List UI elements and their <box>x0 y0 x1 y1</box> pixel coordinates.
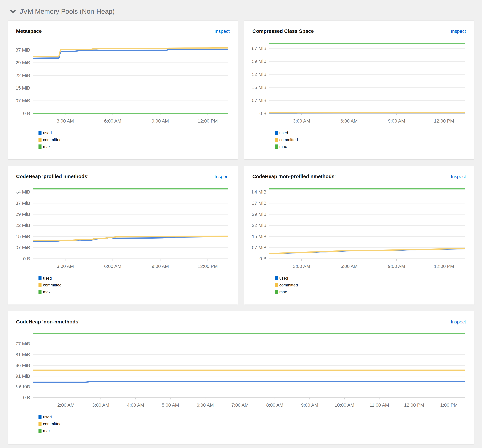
y-tick-label: 190.7 MiB <box>252 98 266 103</box>
x-tick-label: 6:00 AM <box>104 264 121 269</box>
x-tick-label: 5:00 AM <box>162 402 179 408</box>
legend-swatch-committed <box>275 283 278 287</box>
legend-label: committed <box>279 283 298 288</box>
legend-swatch-max <box>39 144 41 149</box>
y-tick-label: 976.6 KiB <box>16 384 30 389</box>
x-tick-label: 6:00 AM <box>197 402 214 408</box>
legend-item-committed: committed <box>39 422 466 426</box>
legend-label: max <box>279 290 287 294</box>
y-tick-label: 3.81 MiB <box>16 352 30 357</box>
card-header: MetaspaceInspect <box>16 28 230 34</box>
inspect-link[interactable]: Inspect <box>451 174 466 179</box>
y-tick-label: 76.29 MiB <box>16 60 30 65</box>
y-tick-label: 0 B <box>259 256 266 261</box>
legend-label: max <box>43 144 51 149</box>
legend-item-max: max <box>39 290 230 294</box>
legend-label: used <box>43 131 52 135</box>
y-tick-label: 4.77 MiB <box>16 341 30 346</box>
legend-item-max: max <box>39 428 466 433</box>
card-header: Compressed Class SpaceInspect <box>252 28 466 34</box>
legend-item-committed: committed <box>39 283 230 288</box>
chart-canvas-metaspace: 0 B19.07 MiB38.15 MiB57.22 MiB76.29 MiB9… <box>16 38 230 124</box>
x-tick-label: 8:00 AM <box>266 402 284 408</box>
card-codeheap-non-nmethods: CodeHeap 'non-nmethods'Inspect0 B976.6 K… <box>8 311 474 444</box>
x-tick-label: 9:00 AM <box>152 264 169 269</box>
x-tick-label: 7:00 AM <box>231 402 249 408</box>
chart-legend: usedcommittedmax <box>275 131 466 149</box>
y-tick-label: 76.29 MiB <box>252 212 266 217</box>
y-tick-label: 114.4 MiB <box>252 189 266 194</box>
legend-swatch-committed <box>39 138 41 142</box>
y-tick-label: 572.2 MiB <box>252 72 266 77</box>
y-tick-label: 762.9 MiB <box>252 59 266 64</box>
legend-label: committed <box>43 283 62 288</box>
legend-swatch-committed <box>39 283 41 287</box>
legend-item-used: used <box>39 131 230 135</box>
x-tick-label: 3:00 AM <box>57 118 74 124</box>
x-tick-label: 3:00 AM <box>293 264 310 269</box>
legend-label: max <box>43 428 51 433</box>
x-tick-label: 6:00 AM <box>340 264 358 269</box>
x-tick-label: 11:00 AM <box>370 402 389 408</box>
y-tick-label: 57.22 MiB <box>16 73 30 78</box>
legend-label: used <box>279 131 288 135</box>
legend-swatch-committed <box>275 138 278 142</box>
x-tick-label: 12:00 PM <box>198 118 218 124</box>
y-tick-label: 0 B <box>259 111 266 116</box>
card-metaspace: MetaspaceInspect0 B19.07 MiB38.15 MiB57.… <box>8 21 238 159</box>
chart-legend: usedcommittedmax <box>39 131 230 149</box>
card-codeheap-non-profiled-nmethods: CodeHeap 'non-profiled nmethods'Inspect0… <box>244 166 474 304</box>
legend-swatch-max <box>39 290 41 294</box>
inspect-link[interactable]: Inspect <box>214 174 230 179</box>
y-tick-label: 95.37 MiB <box>252 200 266 206</box>
inspect-link[interactable]: Inspect <box>451 29 466 34</box>
legend-label: used <box>43 276 52 280</box>
chart-canvas-codeheap-profiled-nmethods: 0 B19.07 MiB38.15 MiB57.22 MiB76.29 MiB9… <box>16 184 230 269</box>
card-header: CodeHeap 'non-nmethods'Inspect <box>16 319 466 325</box>
legend-item-used: used <box>275 131 466 135</box>
y-tick-label: 38.15 MiB <box>16 234 30 239</box>
section-title: JVM Memory Pools (Non-Heap) <box>20 8 115 15</box>
y-tick-label: 953.7 MiB <box>252 46 266 51</box>
x-tick-label: 3:00 AM <box>57 264 74 269</box>
legend-label: used <box>279 276 288 280</box>
chart-title: CodeHeap 'non-profiled nmethods' <box>252 174 336 179</box>
x-tick-label: 9:00 AM <box>301 402 318 408</box>
legend-item-used: used <box>39 415 466 419</box>
legend-label: max <box>279 144 287 149</box>
chevron-down-icon <box>10 9 16 14</box>
chart-legend: usedcommittedmax <box>275 276 466 294</box>
y-tick-label: 38.15 MiB <box>252 234 266 239</box>
inspect-link[interactable]: Inspect <box>214 29 230 34</box>
chart-title: Compressed Class Space <box>252 28 314 34</box>
legend-label: used <box>43 415 52 419</box>
y-tick-label: 38.15 MiB <box>16 85 30 91</box>
y-tick-label: 57.22 MiB <box>252 223 266 228</box>
series-line-used <box>33 49 228 58</box>
y-tick-label: 0 B <box>23 111 30 116</box>
x-tick-label: 3:00 AM <box>92 402 109 408</box>
card-header: CodeHeap 'non-profiled nmethods'Inspect <box>252 174 466 179</box>
x-tick-label: 6:00 AM <box>104 118 121 124</box>
legend-label: committed <box>279 137 298 142</box>
chart-canvas-compressed-class-space: 0 B190.7 MiB381.5 MiB572.2 MiB762.9 MiB9… <box>252 38 466 124</box>
x-tick-label: 9:00 AM <box>388 118 405 124</box>
x-tick-label: 10:00 AM <box>335 402 354 408</box>
legend-label: max <box>43 290 51 294</box>
y-tick-label: 19.07 MiB <box>16 245 30 250</box>
inspect-link[interactable]: Inspect <box>451 319 466 325</box>
y-tick-label: 2.86 MiB <box>16 363 30 368</box>
y-tick-label: 381.5 MiB <box>252 85 266 90</box>
legend-item-committed: committed <box>39 137 230 142</box>
x-tick-label: 3:00 AM <box>293 118 310 124</box>
x-tick-label: 12:00 PM <box>434 118 454 124</box>
legend-swatch-used <box>39 131 41 135</box>
y-tick-label: 95.37 MiB <box>16 200 30 206</box>
section-toggle[interactable]: JVM Memory Pools (Non-Heap) <box>10 8 474 15</box>
x-tick-label: 1:00 PM <box>440 402 458 408</box>
legend-label: committed <box>43 422 62 426</box>
y-tick-label: 114.4 MiB <box>16 189 30 194</box>
legend-swatch-used <box>275 131 278 135</box>
x-tick-label: 9:00 AM <box>388 264 405 269</box>
y-tick-label: 95.37 MiB <box>16 47 30 53</box>
